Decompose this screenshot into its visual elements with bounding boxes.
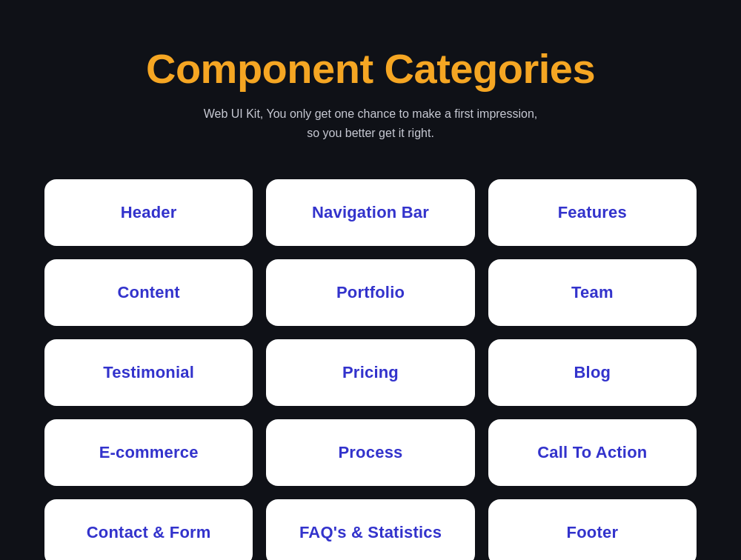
category-card-contact---form[interactable]: Contact & Form xyxy=(44,499,253,560)
page-title: Component Categories xyxy=(146,44,595,93)
category-card-navigation-bar[interactable]: Navigation Bar xyxy=(266,179,474,246)
category-label: Content xyxy=(117,283,180,302)
category-label: Testimonial xyxy=(103,363,194,382)
category-label: Team xyxy=(571,283,614,302)
category-label: Call To Action xyxy=(537,443,647,462)
page-header: Component Categories Web UI Kit, You onl… xyxy=(146,44,595,142)
category-label: Navigation Bar xyxy=(312,203,429,222)
category-card-call-to-action[interactable]: Call To Action xyxy=(488,419,697,486)
category-grid: HeaderNavigation BarFeaturesContentPortf… xyxy=(44,179,697,560)
category-label: Contact & Form xyxy=(87,523,211,542)
category-label: Header xyxy=(121,203,177,222)
category-label: Blog xyxy=(574,363,611,382)
category-card-faq-s---statistics[interactable]: FAQ's & Statistics xyxy=(266,499,474,560)
category-label: Portfolio xyxy=(336,283,405,302)
category-card-pricing[interactable]: Pricing xyxy=(266,339,474,406)
category-card-header[interactable]: Header xyxy=(44,179,253,246)
category-card-footer[interactable]: Footer xyxy=(488,499,697,560)
category-label: Footer xyxy=(567,523,619,542)
category-card-testimonial[interactable]: Testimonial xyxy=(44,339,253,406)
category-label: Pricing xyxy=(342,363,399,382)
category-card-e-commerce[interactable]: E-commerce xyxy=(44,419,253,486)
category-label: Process xyxy=(338,443,402,462)
category-label: FAQ's & Statistics xyxy=(299,523,442,542)
category-card-team[interactable]: Team xyxy=(488,259,697,326)
category-card-portfolio[interactable]: Portfolio xyxy=(266,259,474,326)
category-card-blog[interactable]: Blog xyxy=(488,339,697,406)
subtitle-line1: Web UI Kit, You only get one chance to m… xyxy=(204,107,538,120)
page-subtitle: Web UI Kit, You only get one chance to m… xyxy=(146,104,595,142)
category-card-features[interactable]: Features xyxy=(488,179,697,246)
category-card-content[interactable]: Content xyxy=(44,259,253,326)
category-label: Features xyxy=(558,203,627,222)
category-label: E-commerce xyxy=(99,443,199,462)
subtitle-line2: so you better get it right. xyxy=(307,127,434,139)
category-card-process[interactable]: Process xyxy=(266,419,474,486)
